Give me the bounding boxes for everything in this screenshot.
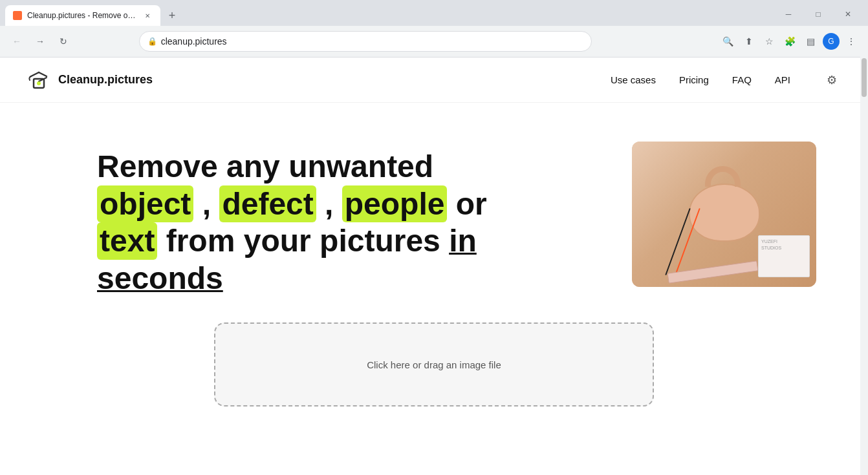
maximize-button[interactable]: □ <box>803 4 833 25</box>
hero-from: from your pictures <box>166 224 449 258</box>
hero-line1: Remove any unwanted <box>97 149 433 184</box>
forward-button[interactable]: → <box>31 32 49 50</box>
page-content: Cleanup.pictures Use cases Pricing FAQ A… <box>0 58 868 475</box>
svg-line-0 <box>31 72 39 76</box>
minimize-button[interactable]: ─ <box>774 4 803 25</box>
profile-button[interactable]: G <box>823 33 840 50</box>
hero-word-or: or <box>456 187 487 221</box>
hero-comma2: , <box>325 187 342 221</box>
bag-handle <box>705 166 741 187</box>
nav-api[interactable]: API <box>775 74 790 85</box>
close-button[interactable]: ✕ <box>833 4 863 25</box>
omnibox[interactable]: 🔒 cleanup.pictures <box>139 31 592 52</box>
back-button[interactable]: ← <box>8 32 26 50</box>
share-button[interactable]: ⬆ <box>740 32 758 50</box>
search-icon-button[interactable]: 🔍 <box>719 32 737 50</box>
tab-title: Cleanup.pictures - Remove objec <box>27 11 137 20</box>
address-bar: ← → ↻ 🔒 cleanup.pictures 🔍 ⬆ ☆ 🧩 ▤ G ⋮ <box>0 26 868 57</box>
url-display: cleanup.pictures <box>161 36 583 47</box>
toolbar-right: 🔍 ⬆ ☆ 🧩 ▤ G ⋮ <box>719 32 860 50</box>
nav-links: Use cases Pricing FAQ API ⚙ <box>611 70 842 90</box>
scrollbar-thumb[interactable] <box>862 58 867 97</box>
nav-pricing[interactable]: Pricing <box>679 74 709 85</box>
hero-word-people: people <box>342 185 448 223</box>
logo-area[interactable]: Cleanup.pictures <box>26 67 153 93</box>
upload-section: Click here or drag an image file <box>0 297 868 432</box>
settings-icon-button[interactable]: ⚙ <box>821 70 842 90</box>
hero-headline: Remove any unwanted object , defect , pe… <box>97 148 593 297</box>
hero-image: YUZEFISTUDIOS <box>632 142 816 287</box>
svg-line-1 <box>39 72 47 76</box>
hero-img-inner: YUZEFISTUDIOS <box>632 142 816 287</box>
site-logo-text: Cleanup.pictures <box>58 73 153 87</box>
upload-label: Click here or drag an image file <box>367 359 501 370</box>
hero-word-defect: defect <box>219 185 316 223</box>
sidebar-button[interactable]: ▤ <box>802 32 820 50</box>
hero-section: Remove any unwanted object , defect , pe… <box>0 103 868 297</box>
site-nav: Cleanup.pictures Use cases Pricing FAQ A… <box>0 58 868 103</box>
active-tab[interactable]: Cleanup.pictures - Remove objec ✕ <box>5 5 160 26</box>
scrollbar-track[interactable] <box>860 57 868 475</box>
nav-use-cases[interactable]: Use cases <box>611 74 656 85</box>
more-options-button[interactable]: ⋮ <box>842 32 860 50</box>
hero-comma1: , <box>202 187 220 221</box>
extensions-button[interactable]: 🧩 <box>781 32 799 50</box>
browser-chrome: Cleanup.pictures - Remove objec ✕ + ─ □ … <box>0 0 868 58</box>
logo-icon <box>26 67 52 93</box>
new-tab-button[interactable]: + <box>163 6 181 25</box>
paper: YUZEFISTUDIOS <box>758 235 810 277</box>
hero-word-text: text <box>97 222 157 260</box>
tab-favicon <box>13 11 22 20</box>
tab-bar: Cleanup.pictures - Remove objec ✕ + ─ □ … <box>0 0 868 26</box>
upload-dropzone[interactable]: Click here or drag an image file <box>214 322 654 406</box>
nav-faq[interactable]: FAQ <box>732 74 752 85</box>
tab-close-button[interactable]: ✕ <box>142 10 153 21</box>
security-lock-icon: 🔒 <box>147 37 157 46</box>
reload-button[interactable]: ↻ <box>54 32 72 50</box>
bookmark-button[interactable]: ☆ <box>761 32 779 50</box>
bag-body <box>689 184 760 242</box>
hero-word-object: object <box>97 185 193 223</box>
hero-text: Remove any unwanted object , defect , pe… <box>97 142 593 297</box>
ruler <box>667 260 759 283</box>
pencil <box>675 208 700 275</box>
svg-point-4 <box>37 81 41 85</box>
window-controls: ─ □ ✕ <box>774 4 863 27</box>
